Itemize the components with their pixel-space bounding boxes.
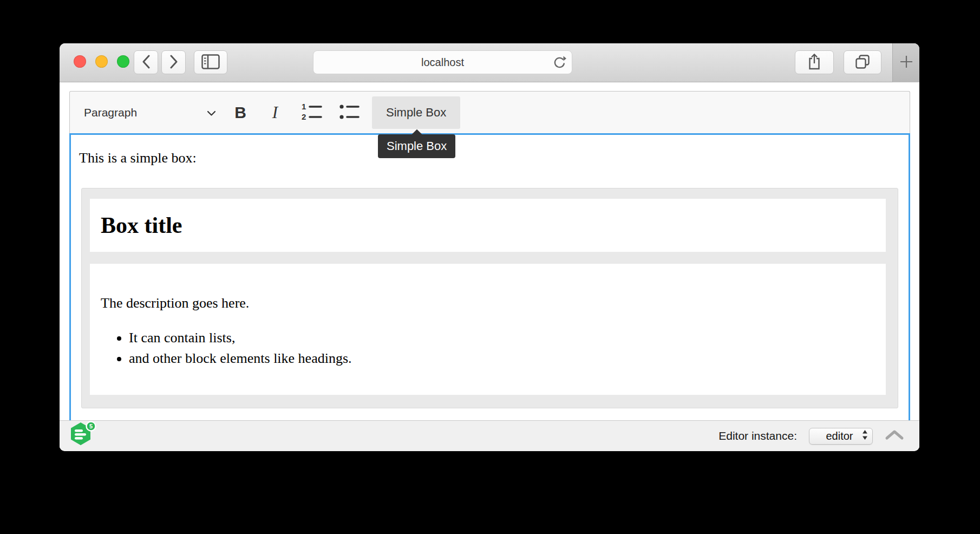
forward-button[interactable] bbox=[161, 50, 186, 74]
simple-box-tooltip: Simple Box bbox=[378, 134, 455, 158]
chevron-left-icon bbox=[142, 55, 151, 70]
editor-toolbar: Paragraph B I 1 bbox=[69, 91, 910, 133]
heading-dropdown-label: Paragraph bbox=[84, 106, 137, 119]
tooltip-text: Simple Box bbox=[387, 139, 447, 153]
chevron-right-icon bbox=[169, 55, 178, 70]
heading-dropdown[interactable]: Paragraph bbox=[84, 106, 216, 119]
address-bar-text: localhost bbox=[421, 56, 464, 69]
inspector-bottom-bar: 5 Editor instance: editor bbox=[60, 420, 919, 451]
tabs-overview-icon bbox=[854, 54, 871, 71]
ckeditor-logo[interactable]: 5 bbox=[69, 421, 96, 451]
simple-box-title-section[interactable]: Box title bbox=[90, 199, 886, 252]
editor-instance-select[interactable]: editor bbox=[809, 428, 873, 445]
sidebar-toggle-button[interactable] bbox=[194, 50, 227, 74]
bulleted-list-icon bbox=[339, 102, 360, 123]
simple-box-button-label: Simple Box bbox=[386, 106, 446, 119]
chevron-down-icon bbox=[207, 106, 216, 119]
refresh-icon[interactable] bbox=[552, 56, 566, 72]
collapse-chevron-up-icon[interactable] bbox=[885, 429, 904, 442]
svg-text:2: 2 bbox=[302, 112, 306, 121]
address-bar[interactable]: localhost bbox=[313, 50, 572, 74]
back-button[interactable] bbox=[134, 50, 158, 74]
sidebar-icon bbox=[201, 54, 220, 71]
list-item[interactable]: and other block elements like headings. bbox=[129, 348, 875, 369]
ckeditor-frame: Paragraph B I 1 bbox=[69, 91, 910, 420]
svg-text:1: 1 bbox=[302, 102, 306, 111]
close-window-button[interactable] bbox=[74, 55, 86, 68]
notification-badge: 5 bbox=[89, 423, 93, 429]
web-page: Paragraph B I 1 bbox=[60, 82, 919, 451]
share-button[interactable] bbox=[795, 50, 834, 74]
bulleted-list-button[interactable] bbox=[334, 102, 364, 123]
description-paragraph[interactable]: The description goes here. bbox=[101, 294, 875, 312]
plus-icon bbox=[899, 55, 913, 71]
new-tab-button[interactable] bbox=[892, 43, 919, 82]
numbered-list-icon: 1 2 bbox=[300, 102, 322, 123]
screenshot-canvas: localhost bbox=[0, 0, 980, 534]
simple-box-description-section[interactable]: The description goes here. It can contai… bbox=[90, 264, 886, 395]
description-list: It can contain lists, and other block el… bbox=[101, 328, 875, 369]
editor-instance-value: editor bbox=[817, 430, 862, 442]
share-icon bbox=[807, 53, 821, 72]
editor-instance-controls: Editor instance: editor bbox=[718, 428, 904, 445]
select-arrows-icon bbox=[862, 429, 868, 442]
editor-editable-area[interactable]: This is a simple box: Box title The desc… bbox=[69, 133, 910, 420]
safari-window: localhost bbox=[60, 43, 919, 451]
bold-button[interactable]: B bbox=[227, 103, 254, 122]
zoom-window-button[interactable] bbox=[117, 55, 129, 68]
editor-instance-label: Editor instance: bbox=[718, 429, 797, 442]
numbered-list-button[interactable]: 1 2 bbox=[296, 102, 326, 123]
italic-button[interactable]: I bbox=[262, 103, 289, 122]
simple-box-widget[interactable]: Box title The description goes here. It … bbox=[81, 188, 898, 408]
show-tabs-button[interactable] bbox=[844, 50, 881, 74]
list-item[interactable]: It can contain lists, bbox=[129, 328, 875, 348]
italic-icon: I bbox=[272, 103, 278, 122]
box-title-heading[interactable]: Box title bbox=[101, 212, 875, 238]
intro-paragraph[interactable]: This is a simple box: bbox=[79, 149, 900, 167]
browser-titlebar[interactable]: localhost bbox=[60, 43, 919, 82]
minimize-window-button[interactable] bbox=[95, 55, 108, 68]
simple-box-button[interactable]: Simple Box bbox=[372, 96, 460, 129]
bold-icon: B bbox=[234, 103, 246, 122]
